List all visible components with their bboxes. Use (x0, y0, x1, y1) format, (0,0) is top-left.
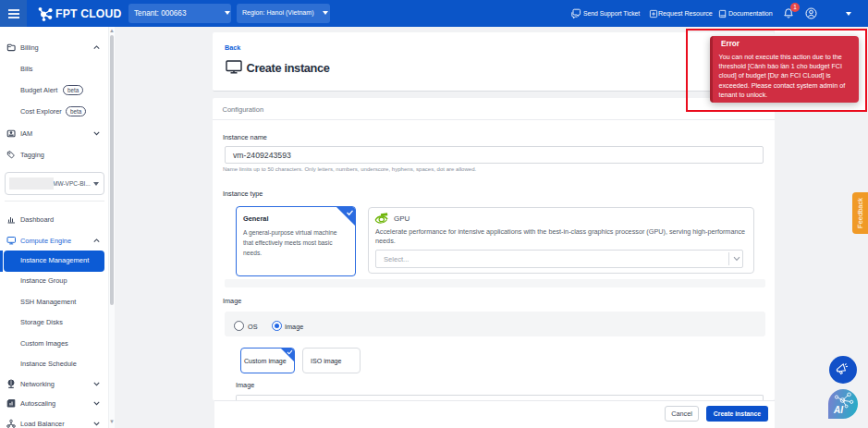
svg-text:AI: AI (833, 405, 843, 415)
